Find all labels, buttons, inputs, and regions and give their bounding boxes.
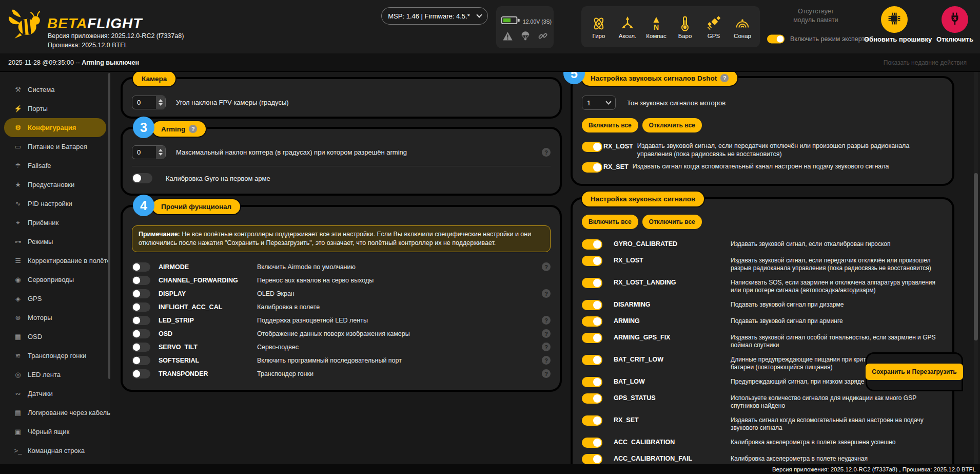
sidebar-item[interactable]: ◈ GPS [0, 289, 110, 308]
sidebar-item[interactable]: >_ Командная строка [0, 441, 110, 460]
sidebar-item[interactable]: ⚙ Конфигурация [4, 118, 106, 137]
beeper-toggle[interactable] [582, 377, 602, 387]
beeper-toggle[interactable] [582, 415, 602, 426]
stepper-arrows[interactable] [156, 96, 165, 109]
help-icon[interactable]: ? [542, 316, 551, 325]
usb-plug-disconnect-icon [948, 11, 962, 28]
sidebar-item[interactable]: ☰ Корректирование в полёте [0, 251, 110, 270]
sidebar-item[interactable]: ◉ Сервоприводы [0, 270, 110, 289]
sidebar-item[interactable]: ☂ Failsafe [0, 156, 110, 175]
beeper-row: RX_LOST Издавать звуковой сигнал, если п… [582, 256, 943, 272]
content-scrollbar-thumb[interactable] [974, 173, 978, 340]
beacon-tone-select[interactable]: 1 [582, 96, 616, 110]
beeper-name: ACC_CALIBRATION_FAIL [614, 455, 731, 462]
dshot-beeper-description: Издавать звуковой сигнал, если передатчи… [637, 142, 943, 158]
camera-tilt-input[interactable]: 0 [132, 96, 166, 109]
sidebar-item[interactable]: ⊛ Моторы [0, 308, 110, 327]
inflight-adjust-icon: ☰ [13, 257, 23, 264]
save-and-reboot-button[interactable]: Сохранить и Перезагрузить [866, 364, 963, 380]
sensors-icon: ∾ [13, 390, 23, 397]
sidebar-item-label: Конфигурация [28, 124, 76, 131]
beeper-toggle[interactable] [582, 256, 602, 266]
beeper-row: ACC_CALIBRATION_FAIL Калибровка акселеро… [582, 454, 943, 464]
update-firmware-button[interactable]: Обновить прошивку [864, 6, 925, 43]
sidebar-item[interactable]: ▣ Чёрный ящик [0, 422, 110, 441]
sidebar-item[interactable]: ⚒ Система [0, 80, 110, 99]
dshot-disable-all-button[interactable]: Отключить все [642, 118, 702, 132]
dshot-beeper-name: RX_SET [603, 163, 629, 170]
stepper-arrows[interactable] [156, 146, 165, 159]
help-icon[interactable]: ? [542, 356, 551, 365]
sidebar-item-label: Failsafe [28, 162, 51, 169]
dshot-beeper-toggle[interactable] [582, 162, 602, 173]
sidebar-item[interactable]: ▦ OSD [0, 327, 110, 346]
help-icon[interactable]: ? [542, 369, 551, 378]
beeper-toggle[interactable] [582, 454, 602, 464]
help-icon[interactable]: ? [542, 262, 551, 271]
help-icon[interactable]: ? [189, 125, 197, 133]
gyro-cal-on-first-arm-toggle[interactable] [132, 173, 152, 183]
beeper-row: ACC_CALIBRATION Калибровка акселерометра… [582, 438, 943, 448]
feature-toggle[interactable] [132, 276, 150, 285]
sidebar-item[interactable]: ▤ Логирование через кабель [0, 403, 110, 422]
sidebar-item[interactable]: ≋ Транспондер гонки [0, 346, 110, 365]
camera-tilt-value[interactable]: 0 [132, 96, 156, 109]
baro-icon [677, 15, 693, 31]
feature-description: Транспондер гонки [257, 370, 542, 377]
beeper-toggle[interactable] [582, 278, 602, 288]
disconnect-button[interactable]: Отключить [925, 6, 980, 43]
arming-angle-input[interactable]: 0 [132, 145, 166, 159]
dshot-enable-all-button[interactable]: Включить все [582, 118, 638, 132]
sidebar-item[interactable]: ◎ LED лента [0, 365, 110, 384]
beeper-row: ARMING Подавать звуковой сигнал при арми… [582, 316, 943, 327]
battery-icon [501, 15, 521, 27]
feature-toggle[interactable] [132, 289, 150, 298]
sidebar-item[interactable]: ⊶ Режимы [0, 232, 110, 251]
feature-toggle[interactable] [132, 302, 150, 312]
sidebar-item[interactable]: ∾ Датчики [0, 384, 110, 403]
expert-mode-toggle[interactable] [767, 35, 785, 44]
beeper-toggle[interactable] [582, 438, 602, 448]
sidebar-item[interactable]: ▭ Питание и Батарея [0, 137, 110, 156]
dshot-beeper-toggle[interactable] [582, 142, 602, 152]
transponder-icon: ≋ [13, 352, 23, 359]
magic-wand-icon: ★ [13, 181, 23, 188]
annotation-badge-4: 4 [133, 195, 154, 216]
help-icon[interactable]: ? [542, 329, 551, 338]
beeper-toggle[interactable] [582, 239, 602, 250]
help-icon[interactable]: ? [542, 148, 551, 157]
sidebar-item[interactable]: ⚡ Порты [0, 99, 110, 118]
show-log-link[interactable]: Показать недавние действия [884, 59, 967, 66]
beeper-toggle[interactable] [582, 316, 602, 327]
divider [132, 166, 551, 166]
beeper-description: Подавать звуковой сигнал при дизарме [731, 300, 943, 309]
firmware-flavor-select[interactable]: MSP: 1.46 | Firmware: 4.5.* [381, 7, 488, 25]
help-icon[interactable]: ? [720, 74, 729, 82]
feature-toggle[interactable] [132, 262, 150, 272]
beeper-toggle[interactable] [582, 355, 602, 365]
beeper-disable-all-button[interactable]: Отключить все [642, 215, 702, 229]
chip-icon [887, 11, 901, 28]
sidebar-item[interactable]: ⌖ Приёмник [0, 213, 110, 232]
feature-toggle[interactable] [132, 356, 150, 365]
beeper-toggle[interactable] [582, 393, 602, 404]
camera-section: Камера 0 Угол наклона FPV-камеры (градус… [121, 77, 562, 119]
beeper-toggle[interactable] [582, 333, 602, 343]
feature-name: OSD [159, 330, 257, 337]
feature-row: DISPLAY OLED Экран ? [132, 287, 551, 300]
motor-icon: ⊛ [13, 314, 23, 321]
feature-toggle[interactable] [132, 369, 150, 378]
sidebar-item-label: Режимы [28, 238, 53, 245]
beeper-enable-all-button[interactable]: Включить все [582, 215, 638, 229]
feature-toggle[interactable] [132, 343, 150, 352]
beeper-toggle[interactable] [582, 300, 602, 310]
sidebar-item[interactable]: ∿ PID настройки [0, 194, 110, 213]
arming-angle-value[interactable]: 0 [132, 146, 156, 159]
pid-tuning-icon: ∿ [13, 200, 23, 207]
feature-toggle[interactable] [132, 329, 150, 338]
help-icon[interactable]: ? [542, 289, 551, 298]
help-icon[interactable]: ? [542, 343, 551, 351]
sidebar-item[interactable]: ★ Предустановки [0, 175, 110, 194]
feature-toggle[interactable] [132, 316, 150, 325]
dshot-beeper-title: Настройка звуковых сигналов Dshot? [581, 72, 738, 87]
